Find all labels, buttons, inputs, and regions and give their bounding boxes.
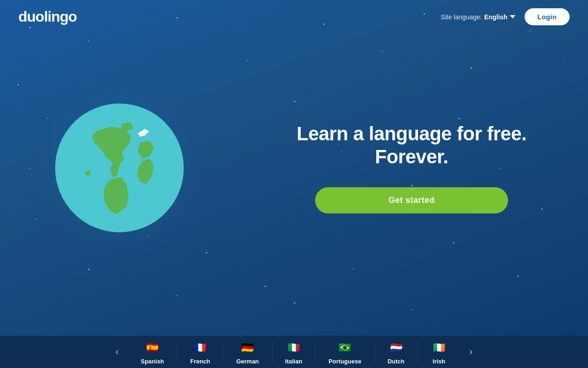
portuguese-label: Portuguese — [328, 358, 362, 365]
site-language-label: Site language: — [441, 13, 482, 21]
french-label: French — [190, 358, 210, 365]
hero-title: Learn a language for free. Forever. — [265, 122, 559, 169]
chevron-down-icon — [510, 15, 515, 19]
hero-section: duolingo Site language: English Login — [0, 0, 588, 336]
language-item-french[interactable]: 🇫🇷 French — [177, 339, 223, 365]
get-started-button[interactable]: Get started — [315, 187, 508, 213]
language-item-spanish[interactable]: 🇪🇸 Spanish — [128, 339, 177, 365]
dutch-flag: 🇳🇱 — [388, 339, 404, 356]
italian-label: Italian — [285, 358, 303, 365]
site-language-selector[interactable]: Site language: English — [441, 13, 515, 21]
prev-arrow[interactable]: ‹ — [106, 346, 128, 358]
globe-container — [37, 85, 202, 251]
language-item-italian[interactable]: 🇮🇹 Italian — [272, 339, 316, 365]
site-language-value: English — [484, 13, 508, 21]
irish-flag: 🇮🇪 — [431, 339, 447, 356]
dutch-label: Dutch — [388, 358, 405, 365]
german-flag: 🇩🇪 — [239, 339, 256, 356]
language-item-portuguese[interactable]: 🇧🇷 Portuguese — [316, 339, 374, 365]
spanish-label: Spanish — [141, 358, 164, 365]
language-bar: ‹ 🇪🇸 Spanish 🇫🇷 French 🇩🇪 German 🇮🇹 Ital… — [0, 336, 588, 368]
italian-flag: 🇮🇹 — [285, 339, 302, 356]
login-button[interactable]: Login — [525, 8, 570, 25]
next-arrow[interactable]: › — [460, 346, 482, 358]
language-item-dutch[interactable]: 🇳🇱 Dutch — [375, 339, 418, 365]
header: duolingo Site language: English Login — [0, 0, 588, 34]
svg-point-0 — [55, 104, 184, 232]
header-right: Site language: English Login — [441, 8, 570, 25]
globe-glow — [37, 85, 202, 251]
german-label: German — [236, 358, 259, 365]
french-flag: 🇫🇷 — [192, 339, 209, 356]
language-item-german[interactable]: 🇩🇪 German — [223, 339, 271, 365]
irish-label: Irish — [433, 358, 445, 365]
spanish-flag: 🇪🇸 — [144, 339, 161, 356]
logo: duolingo — [18, 8, 77, 25]
globe-svg — [51, 99, 188, 237]
hero-content: Learn a language for free. Forever. Get … — [265, 122, 559, 213]
portuguese-flag: 🇧🇷 — [337, 339, 353, 356]
language-item-irish[interactable]: 🇮🇪 Irish — [418, 339, 460, 365]
